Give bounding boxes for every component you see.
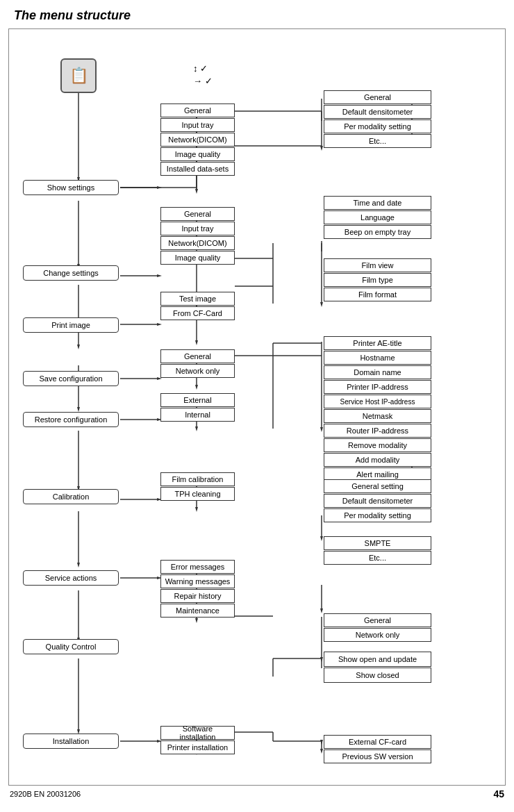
- save-configuration-box[interactable]: Save configuration: [23, 371, 119, 386]
- col2-network-dicom2: Network(DICOM): [160, 236, 235, 250]
- svg-marker-48: [195, 385, 198, 390]
- col3-network-only2: Network only: [324, 628, 431, 642]
- show-settings-box[interactable]: Show settings: [23, 180, 119, 195]
- col3-time-and-date: Time and date: [324, 196, 431, 210]
- col3-etc1: Etc...: [324, 134, 431, 148]
- col2-from-cf-card: From CF-Card: [160, 306, 235, 320]
- col3-add-modality: Add modality: [324, 453, 431, 467]
- col3-router-ip: Router IP-address: [324, 424, 431, 438]
- svg-marker-45: [195, 189, 198, 194]
- col2-image-quality1: Image quality: [160, 147, 235, 161]
- col2-test-image: Test image: [160, 292, 235, 306]
- col2-installed-data-sets: Installed data-sets: [160, 162, 235, 176]
- svg-marker-76: [320, 427, 323, 432]
- svg-marker-58: [77, 563, 80, 567]
- col3-printer-ae-title: Printer AE-title: [324, 336, 431, 350]
- footer-right: 45: [493, 788, 504, 799]
- col2-repair-history: Repair history: [160, 589, 235, 603]
- col2-general2: General: [160, 207, 235, 221]
- svg-marker-86: [320, 749, 323, 754]
- print-image-box[interactable]: Print image: [23, 317, 119, 333]
- col2-film-calibration: Film calibration: [160, 472, 235, 486]
- col3-beep-on-empty-tray: Beep on empty tray: [324, 225, 431, 239]
- col3-previous-sw-version: Previous SW version: [324, 749, 431, 763]
- col2-image-quality2: Image quality: [160, 251, 235, 265]
- footer: 2920B EN 20031206 45: [0, 786, 514, 802]
- col3-film-view: Film view: [324, 258, 431, 272]
- col2-network-only1: Network only: [160, 364, 235, 378]
- col3-per-modality-setting1: Per modality setting: [324, 119, 431, 133]
- svg-marker-56: [77, 407, 80, 412]
- svg-marker-47: [195, 340, 198, 345]
- col3-default-densitometer2: Default densitometer: [324, 494, 431, 508]
- col2-input-tray1: Input tray: [160, 118, 235, 132]
- svg-marker-51: [195, 618, 198, 623]
- col3-external-cf-card: External CF-card: [324, 735, 431, 749]
- svg-marker-61: [157, 186, 162, 189]
- col3-show-closed: Show closed: [324, 668, 431, 683]
- restore-configuration-box[interactable]: Restore configuration: [23, 412, 119, 427]
- col3-film-format: Film format: [324, 288, 431, 301]
- svg-marker-74: [320, 302, 323, 307]
- sort-icon: ↕ ✓→ ✓: [193, 63, 213, 88]
- col2-network-dicom1: Network(DICOM): [160, 133, 235, 147]
- col3-netmask: Netmask: [324, 409, 431, 423]
- col3-r-general: General: [324, 90, 431, 104]
- svg-marker-49: [195, 426, 198, 431]
- col3-show-open-update: Show open and update: [324, 652, 431, 667]
- svg-marker-55: [77, 345, 80, 349]
- col3-service-host-ip: Service Host IP-address: [324, 395, 431, 408]
- col3-language: Language: [324, 210, 431, 224]
- col2-external: External: [160, 393, 235, 407]
- svg-marker-82: [320, 608, 323, 613]
- col2-input-tray2: Input tray: [160, 222, 235, 235]
- calibration-box[interactable]: Calibration: [23, 489, 119, 504]
- svg-marker-80: [320, 536, 323, 541]
- col2-warning-messages: Warning messages: [160, 574, 235, 588]
- col2-internal: Internal: [160, 408, 235, 422]
- col3-default-densitometer: Default densitometer: [324, 105, 431, 119]
- footer-left: 2920B EN 20031206: [10, 790, 81, 798]
- col3-etc2: Etc...: [324, 551, 431, 565]
- installation-box[interactable]: Installation: [23, 734, 119, 749]
- col3-domain-name: Domain name: [324, 365, 431, 379]
- col3-smpte: SMPTE: [324, 536, 431, 550]
- col3-remove-modality: Remove modality: [324, 438, 431, 452]
- col2-maintenance: Maintenance: [160, 604, 235, 618]
- printer-icon: 📋: [60, 58, 97, 93]
- col3-hostname: Hostname: [324, 351, 431, 365]
- service-actions-box[interactable]: Service actions: [23, 570, 119, 586]
- col3-printer-ip: Printer IP-address: [324, 380, 431, 394]
- col3-general4: General: [324, 613, 431, 627]
- quality-control-box[interactable]: Quality Control: [23, 639, 119, 654]
- svg-marker-62: [157, 274, 162, 277]
- col2-software-installation: Software installation: [160, 726, 235, 740]
- diagram-container: 📋 ↕ ✓→ ✓ Show settings Change settings P…: [8, 28, 506, 786]
- col3-per-modality-setting2: Per modality setting: [324, 508, 431, 522]
- svg-marker-70: [320, 146, 323, 151]
- col2-error-messages: Error messages: [160, 560, 235, 574]
- col2-printer-installation: Printer installation: [160, 740, 235, 754]
- col3-general-setting: General setting: [324, 479, 431, 493]
- page-title: The menu structure: [0, 0, 514, 28]
- change-settings-box[interactable]: Change settings: [23, 265, 119, 281]
- col3-film-type: Film type: [324, 273, 431, 287]
- svg-marker-84: [320, 740, 323, 745]
- col2-tph-cleaning: TPH cleaning: [160, 487, 235, 501]
- col2-general1: General: [160, 103, 235, 117]
- svg-marker-83: [320, 657, 323, 662]
- svg-marker-63: [157, 323, 162, 326]
- col2-general3: General: [160, 349, 235, 363]
- svg-marker-50: [195, 507, 198, 512]
